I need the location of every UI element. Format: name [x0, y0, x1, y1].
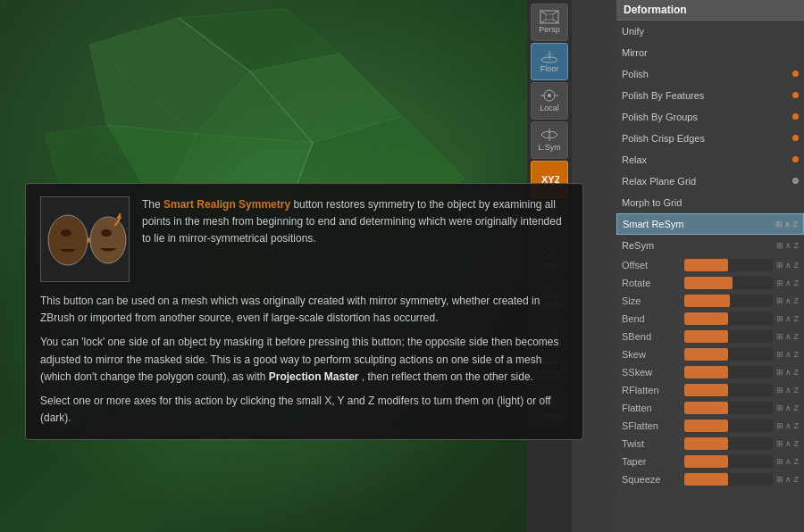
sskew-row[interactable]: SSkew ⊞ ∧ Z: [616, 363, 804, 381]
sflatten-slider[interactable]: [684, 420, 773, 432]
sbend-slider[interactable]: [684, 330, 773, 343]
squeeze-slider[interactable]: [684, 473, 773, 486]
skew-slider[interactable]: [684, 348, 773, 361]
polish-by-groups-row[interactable]: Polish By Groups: [616, 106, 804, 128]
polish-by-features-label: Polish By Features: [622, 90, 789, 101]
polish-row[interactable]: Polish: [616, 63, 804, 85]
lsym-label: L.Sym: [538, 143, 561, 153]
svg-point-23: [548, 94, 551, 97]
deformation-panel: Deformation Unify Mirror Polish Polish B…: [616, 0, 804, 532]
twist-row[interactable]: Twist ⊞ ∧ Z: [616, 435, 804, 453]
tooltip-popup: The Smart Realign Symmetry button restor…: [25, 183, 583, 440]
bend-label: Bend: [622, 313, 684, 324]
polish-crisp-edges-indicator: [792, 135, 799, 141]
squeeze-icons: ⊞ ∧ Z: [776, 475, 800, 484]
relax-plane-grid-indicator: [792, 178, 799, 184]
floor-button[interactable]: Floor: [531, 43, 568, 80]
relax-plane-grid-row[interactable]: Relax Plane Grid: [616, 170, 804, 192]
sbend-row[interactable]: SBend ⊞ ∧ Z: [616, 328, 804, 345]
svg-point-47: [48, 215, 88, 265]
taper-icons: ⊞ ∧ Z: [776, 457, 800, 466]
svg-point-51: [101, 229, 112, 237]
flatten-icons: ⊞ ∧ Z: [776, 403, 800, 412]
squeeze-label: Squeeze: [622, 474, 684, 485]
polish-by-features-indicator: [792, 92, 799, 98]
bend-slider[interactable]: [684, 312, 773, 325]
sskew-slider[interactable]: [684, 366, 773, 378]
rotate-row[interactable]: Rotate ⊞ ∧ Z: [616, 274, 804, 292]
polish-by-features-row[interactable]: Polish By Features: [616, 85, 804, 106]
tooltip-intro: The: [142, 198, 163, 211]
panel-header: Deformation: [616, 0, 804, 21]
morph-to-grid-label: Morph to Grid: [622, 197, 799, 208]
size-slider[interactable]: [684, 295, 773, 307]
panel-title: Deformation: [624, 4, 687, 16]
offset-icons: ⊞ ∧ Z: [776, 261, 800, 270]
polish-crisp-edges-label: Polish Crisp Edges: [622, 133, 789, 144]
polish-by-groups-label: Polish By Groups: [622, 112, 789, 122]
size-row[interactable]: Size ⊞ ∧ Z: [616, 292, 804, 310]
squeeze-row[interactable]: Squeeze ⊞ ∧ Z: [616, 470, 804, 488]
smart-resym-icons: ⊞ ∧ Z: [775, 220, 799, 229]
svg-point-48: [61, 229, 71, 237]
smart-resym-row[interactable]: Smart ReSym ⊞ ∧ Z: [616, 213, 804, 235]
twist-slider[interactable]: [684, 437, 773, 450]
morph-to-grid-row[interactable]: Morph to Grid: [616, 192, 804, 213]
tooltip-title: Smart Realign Symmetry: [163, 198, 290, 211]
flatten-label: Flatten: [622, 403, 684, 413]
polish-indicator: [792, 71, 799, 77]
svg-point-50: [90, 217, 126, 263]
resym-row[interactable]: ReSym ⊞ ∧ Z: [616, 235, 804, 256]
polish-crisp-edges-row[interactable]: Polish Crisp Edges: [616, 128, 804, 149]
rflatten-label: RFlatten: [622, 385, 684, 395]
skew-row[interactable]: Skew ⊞ ∧ Z: [616, 345, 804, 363]
mirror-label: Mirror: [622, 47, 799, 58]
offset-label: Offset: [622, 260, 684, 270]
rflatten-row[interactable]: RFlatten ⊞ ∧ Z: [616, 381, 804, 399]
local-button[interactable]: Local: [531, 82, 568, 120]
smart-resym-label: Smart ReSym: [623, 219, 774, 229]
sbend-label: SBend: [622, 331, 684, 342]
persp-button[interactable]: Persp: [531, 4, 568, 41]
polish-label: Polish: [622, 69, 789, 79]
rflatten-icons: ⊞ ∧ Z: [776, 386, 800, 395]
svg-rect-18: [546, 14, 553, 20]
relax-row[interactable]: Relax: [616, 149, 804, 170]
relax-indicator: [792, 156, 799, 162]
unify-row[interactable]: Unify: [616, 21, 804, 42]
tooltip-para-2: You can 'lock' one side of an object by …: [40, 334, 568, 386]
tooltip-image: [40, 196, 130, 282]
polish-by-groups-indicator: [792, 113, 799, 120]
rotate-icons: ⊞ ∧ Z: [776, 278, 800, 287]
svg-line-16: [553, 20, 558, 23]
twist-label: Twist: [622, 438, 684, 449]
relax-label: Relax: [622, 154, 789, 165]
local-label: Local: [540, 104, 559, 113]
offset-row[interactable]: Offset ⊞ ∧ Z: [616, 256, 804, 274]
flatten-slider[interactable]: [684, 402, 773, 414]
bend-icons: ⊞ ∧ Z: [776, 314, 800, 323]
svg-line-15: [553, 11, 558, 14]
taper-slider[interactable]: [684, 455, 773, 468]
skew-icons: ⊞ ∧ Z: [776, 350, 800, 359]
unify-label: Unify: [622, 26, 799, 37]
resym-icons: ⊞ ∧ Z: [776, 241, 800, 250]
taper-row[interactable]: Taper ⊞ ∧ Z: [616, 453, 804, 470]
mirror-row[interactable]: Mirror: [616, 42, 804, 63]
persp-label: Persp: [539, 25, 560, 35]
size-label: Size: [622, 295, 684, 306]
lsym-button[interactable]: L.Sym: [531, 121, 568, 159]
flatten-row[interactable]: Flatten ⊞ ∧ Z: [616, 399, 804, 417]
bend-row[interactable]: Bend ⊞ ∧ Z: [616, 310, 804, 328]
tooltip-para-3: Select one or more axes for this action …: [40, 393, 568, 427]
offset-slider[interactable]: [684, 259, 773, 271]
tooltip-header: The Smart Realign Symmetry button restor…: [40, 196, 568, 282]
sskew-label: SSkew: [622, 367, 684, 378]
rotate-slider[interactable]: [684, 277, 773, 289]
sflatten-row[interactable]: SFlatten ⊞ ∧ Z: [616, 417, 804, 435]
tooltip-para-1: This button can be used on a mesh which …: [40, 293, 568, 327]
svg-line-17: [540, 20, 546, 23]
rflatten-slider[interactable]: [684, 384, 773, 396]
sflatten-label: SFlatten: [622, 420, 684, 431]
tooltip-text-block: The Smart Realign Symmetry button restor…: [142, 196, 568, 282]
